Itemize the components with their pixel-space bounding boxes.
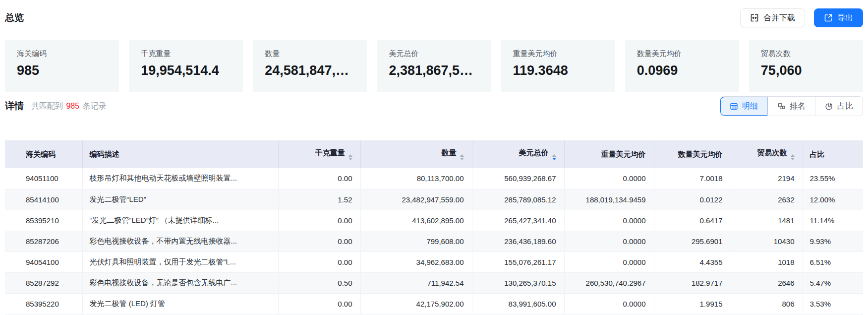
sort-control[interactable] [460, 154, 464, 160]
column-label: 编码描述 [90, 150, 119, 158]
sort-desc-icon[interactable] [791, 158, 795, 160]
page: 总览 合并下载 导出 海 [0, 0, 868, 315]
sort-desc-icon[interactable] [552, 158, 556, 160]
cell-usd-total: 155,076,261.17 [472, 252, 564, 272]
export-label: 导出 [837, 13, 853, 23]
column-header-usd-per-kg: 重量美元均价 [564, 140, 654, 168]
card-label: 重量美元均价 [513, 49, 603, 59]
cell-usd-per-qty: 7.0018 [654, 168, 731, 189]
cell-quantity: 34,962,683.00 [360, 252, 472, 272]
cell-share: 11.14% [803, 210, 863, 231]
column-header-usd-total[interactable]: 美元总价 [472, 140, 564, 168]
cell-usd-per-kg: 0.0000 [564, 293, 654, 314]
detail-bar: 详情 共匹配到 985 条记录 明细 [5, 96, 863, 116]
cell-share: 9.93% [803, 231, 863, 252]
cell-hs-code: 85287292 [5, 272, 82, 293]
card-value: 19,954,514.4 [141, 63, 231, 78]
cell-usd-per-kg: 0.0000 [564, 252, 654, 272]
sort-asc-icon[interactable] [552, 154, 556, 157]
cell-usd-per-qty: 0.0122 [654, 189, 731, 210]
match-suffix: 条记录 [83, 102, 107, 110]
merge-download-button[interactable]: 合并下载 [740, 8, 805, 27]
sort-asc-icon[interactable] [460, 154, 464, 157]
table-row: 85287206彩色电视接收设备，不带内置无线电接收器...0.00799,60… [5, 231, 863, 252]
cell-description: 彩色电视接收设备，不带内置无线电接收器... [82, 231, 278, 252]
table-row: 85287292彩色电视接收设备，无论是否包含无线电广...0.50711,94… [5, 272, 863, 293]
sort-asc-icon[interactable] [348, 154, 352, 157]
table-row: 85395210“发光二极管“LED”灯” （未提供详细标...0.00413,… [5, 210, 863, 231]
cell-trade-count: 1481 [731, 210, 803, 231]
top-bar: 总览 合并下载 导出 [5, 0, 863, 28]
detail-table: 海关编码编码描述千克重量数量美元总价重量美元均价数量美元均价贸易次数占比 940… [5, 140, 863, 315]
column-label: 重量美元均价 [601, 150, 646, 158]
page-title: 总览 [5, 11, 24, 24]
ranking-icon [777, 102, 786, 111]
table-row: 94051100枝形吊灯和其他电动天花板或墙壁照明装置...0.0080,113… [5, 168, 863, 189]
cell-hs-code: 85287206 [5, 231, 82, 252]
column-header-share: 占比 [803, 140, 863, 168]
sort-desc-icon[interactable] [348, 158, 352, 160]
summary-card-usd-per-kg: 重量美元均价 119.3648 [501, 40, 615, 92]
column-label: 数量 [442, 148, 457, 157]
detail-title: 详情 [5, 100, 24, 113]
sort-control[interactable] [348, 154, 352, 160]
cell-hs-code: 85414100 [5, 189, 82, 210]
cell-usd-total: 285,789,085.12 [472, 189, 564, 210]
cell-usd-per-qty: 1.9915 [654, 293, 731, 314]
cell-trade-count: 2646 [731, 272, 803, 293]
match-summary: 共匹配到 985 条记录 [31, 101, 107, 112]
column-header-trade-count[interactable]: 贸易次数 [731, 140, 803, 168]
view-switcher: 明细 排名 占比 [720, 96, 863, 116]
cell-trade-count: 806 [731, 293, 803, 314]
cell-usd-per-qty: 4.4355 [654, 252, 731, 272]
card-value: 119.3648 [513, 63, 603, 78]
cell-share: 3.53% [803, 293, 863, 314]
summary-card-kg-weight: 千克重量 19,954,514.4 [129, 40, 243, 92]
cell-kg-weight: 0.00 [278, 231, 360, 252]
card-label: 千克重量 [141, 49, 231, 59]
card-label: 美元总价 [389, 49, 479, 59]
export-icon [824, 13, 833, 22]
summary-cards: 海关编码 985 千克重量 19,954,514.4 数量 24,581,847… [5, 40, 863, 92]
card-label: 数量美元均价 [637, 49, 727, 59]
sort-desc-icon[interactable] [460, 158, 464, 160]
column-header-kg-weight[interactable]: 千克重量 [278, 140, 360, 168]
match-count: 985 [65, 102, 80, 110]
cell-quantity: 42,175,902.00 [360, 293, 472, 314]
tab-label: 占比 [837, 101, 853, 112]
cell-share: 23.55% [803, 168, 863, 189]
cell-usd-per-kg: 0.0000 [564, 231, 654, 252]
tab-ranking[interactable]: 排名 [767, 97, 815, 116]
table-row: 85414100发光二极管“LED”1.5223,482,947,559.002… [5, 189, 863, 210]
tab-details[interactable]: 明细 [720, 97, 767, 116]
column-label: 海关编码 [26, 150, 56, 158]
card-value: 75,060 [761, 63, 851, 78]
cell-description: “发光二极管“LED”灯” （未提供详细标... [82, 210, 278, 231]
cell-hs-code: 94054100 [5, 252, 82, 272]
cell-usd-per-kg: 0.0000 [564, 168, 654, 189]
cell-description: 发光二极管 (LED) 灯管 [82, 293, 278, 314]
sort-asc-icon[interactable] [791, 154, 795, 157]
cell-usd-per-qty: 182.9717 [654, 272, 731, 293]
cell-description: 光伏灯具和照明装置，仅用于发光二极管“L... [82, 252, 278, 272]
summary-card-quantity: 数量 24,581,847,… [253, 40, 367, 92]
export-button[interactable]: 导出 [814, 8, 863, 27]
column-header-description: 编码描述 [82, 140, 278, 168]
cell-usd-per-kg: 188,019,134.9459 [564, 189, 654, 210]
column-header-quantity[interactable]: 数量 [360, 140, 472, 168]
table-header-row: 海关编码编码描述千克重量数量美元总价重量美元均价数量美元均价贸易次数占比 [5, 140, 863, 168]
cell-hs-code: 94051100 [5, 168, 82, 189]
column-label: 千克重量 [315, 148, 345, 157]
cell-kg-weight: 0.50 [278, 272, 360, 293]
column-label: 美元总价 [519, 148, 549, 157]
column-label: 贸易次数 [757, 148, 787, 157]
tab-share[interactable]: 占比 [815, 97, 863, 116]
cell-kg-weight: 0.00 [278, 210, 360, 231]
cell-description: 枝形吊灯和其他电动天花板或墙壁照明装置... [82, 168, 278, 189]
sort-control[interactable] [552, 154, 556, 160]
cell-quantity: 711,942.54 [360, 272, 472, 293]
card-label: 数量 [265, 49, 355, 59]
summary-card-trade-count: 贸易次数 75,060 [749, 40, 863, 92]
cell-usd-total: 236,436,189.60 [472, 231, 564, 252]
sort-control[interactable] [791, 154, 795, 160]
